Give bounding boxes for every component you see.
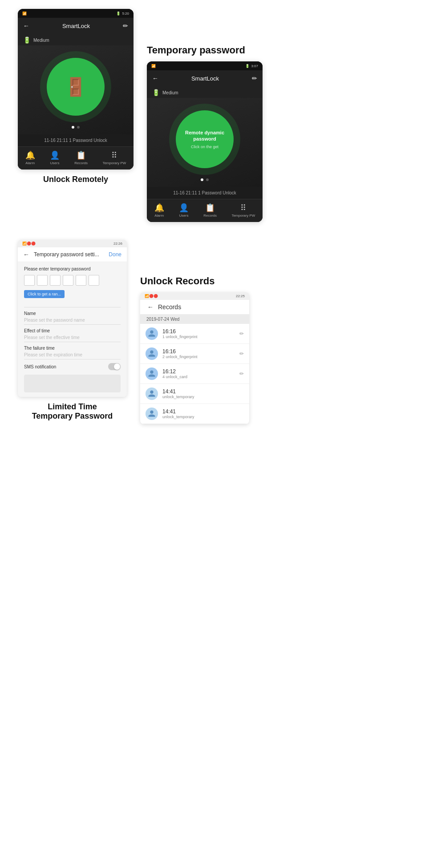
nav-users-label: Users [50,161,60,165]
battery-section: 🔋 Medium [18,34,134,45]
remote-nav-users[interactable]: 👤 Users [179,203,189,218]
record-edit-3[interactable]: ✏ [239,371,244,377]
remote-dots [201,178,209,181]
form-app-title: Temporary password setti... [34,251,104,258]
form-pw-label: Please enter temporary password [24,266,121,271]
form-footer-area [24,375,121,392]
records-back-icon[interactable]: ← [147,303,154,311]
records-frame: 📶🔴🔴 22:25 ← Records 2019-07-24 Wed [140,292,249,424]
record-info-3: 16:12 4 unlock_card [162,368,235,379]
temp-battery-icon: 🔋 [245,64,250,68]
failure-placeholder[interactable]: Please set the expiration time [24,352,121,359]
remote-nav-alarm-label: Alarm [154,214,164,218]
nav-alarm[interactable]: 🔔 Alarm [25,150,35,165]
pw-box-6[interactable] [89,275,99,286]
form-app-bar: ← Temporary password setti... Done [18,247,127,262]
pw-box-1[interactable] [24,275,35,286]
lock-display[interactable]: 🚪 [18,45,134,134]
remote-pw-text: Remote dynamic password [181,129,229,142]
form-done-button[interactable]: Done [109,251,121,258]
records-app-bar: ← Records [140,300,249,315]
pw-box-4[interactable] [63,275,73,286]
dot-2 [77,126,80,129]
dots-row [72,126,80,129]
temp-pw-icon: ⠿ [111,150,117,160]
temp-back-icon[interactable]: ← [152,75,158,82]
record-edit-1[interactable]: ✏ [239,331,244,337]
remote-click-text[interactable]: Click on the get [191,145,218,149]
sms-row: SMS notification [24,363,121,370]
remote-temp-pw-icon: ⠿ [240,203,246,213]
unlock-remotely-col: 📶 🔋 5:20 ← SmartLock ✏ [18,9,134,184]
bottom-nav: 🔔 Alarm 👤 Users 📋 Records ⠿ [18,146,134,170]
remote-timestamp: 11-16 21:11 1 Password Unlock [147,187,263,199]
nav-records[interactable]: 📋 Records [74,150,88,165]
form-body: Please enter temporary password Click to… [18,262,127,397]
page-wrapper: 📶 🔋 5:20 ← SmartLock ✏ [0,0,445,433]
random-btn[interactable]: Click to get a ran... [24,290,65,298]
status-bar-right: 🔋 5:20 [116,12,129,16]
battery-icon: 🔋 [23,36,31,44]
record-time-1: 16:16 [162,328,235,335]
effect-placeholder[interactable]: Please set the effective time [24,335,121,342]
remote-users-icon: 👤 [179,203,189,213]
form-back-icon[interactable]: ← [23,251,29,258]
unlock-records-col: Unlock Records 📶🔴🔴 22:25 ← Records 2019-… [140,240,249,424]
record-info-5: 14:41 unlock_temporary [162,408,244,419]
record-desc-1: 1 unlock_fingerprint [162,335,235,339]
sms-toggle[interactable] [108,363,121,370]
record-info-4: 14:41 unlock_temporary [162,388,244,399]
records-title: Records [158,303,181,311]
record-desc-3: 4 unlock_card [162,375,235,379]
temp-edit-icon[interactable]: ✏ [252,75,257,82]
remote-nav-temp-pw[interactable]: ⠿ Temporary PW [231,203,255,218]
pw-box-5[interactable] [76,275,86,286]
remote-bg-circle: Remote dynamic password Click on the get [169,104,240,175]
remote-bottom-nav: 🔔 Alarm 👤 Users 📋 Records ⠿ [147,199,263,222]
nav-temp-pw-label: Temporary PW [102,161,126,165]
record-avatar-3 [146,367,158,380]
remote-nav-alarm[interactable]: 🔔 Alarm [154,203,164,218]
users-icon: 👤 [50,150,60,160]
pw-box-2[interactable] [37,275,48,286]
temp-status-right: 🔋 3:07 [245,64,258,68]
record-time-4: 14:41 [162,388,244,395]
status-bar-left: 📶 [22,12,27,16]
lock-green-circle: 🚪 [47,58,105,116]
record-time-5: 14:41 [162,408,244,415]
unlock-remotely-phone: 📶 🔋 5:20 ← SmartLock ✏ [18,9,134,170]
record-avatar-4 [146,388,158,400]
temp-pw-heading: Temporary password [147,44,245,56]
record-item-3: 16:12 4 unlock_card ✏ [140,364,249,384]
remote-pw-display[interactable]: Remote dynamic password Click on the get [147,98,263,187]
records-status-bar: 📶🔴🔴 22:25 [140,292,249,300]
edit-icon[interactable]: ✏ [123,22,128,29]
nav-alarm-label: Alarm [25,161,35,165]
back-icon[interactable]: ← [23,22,29,29]
temp-pw-phone: 📶 🔋 3:07 ← SmartLock ✏ [147,61,263,222]
temp-battery-section: 🔋 Medium [147,86,263,98]
record-info-2: 16:16 2 unlock_fingerprint [162,348,235,359]
remote-nav-records[interactable]: 📋 Records [203,203,217,218]
dot-1 [72,126,74,129]
name-placeholder[interactable]: Please set the password name [24,318,121,325]
name-label: Name [24,311,121,316]
pw-box-3[interactable] [50,275,61,286]
nav-temp-pw[interactable]: ⠿ Temporary PW [102,150,126,165]
temp-pw-screen: 📶 🔋 3:07 ← SmartLock ✏ [147,61,263,222]
records-date-header: 2019-07-24 Wed [140,315,249,324]
records-status-time: 22:25 [236,294,245,298]
record-item-5: 14:41 unlock_temporary [140,404,249,424]
remote-pw-circle[interactable]: Remote dynamic password Click on the get [176,110,234,168]
record-item-4: 14:41 unlock_temporary [140,384,249,404]
remote-nav-users-label: Users [179,214,189,218]
form-status-time: 22:26 [113,242,122,246]
record-edit-2[interactable]: ✏ [239,351,244,357]
form-status-left: 📶🔴🔴 [22,242,36,246]
temp-form-col: 📶🔴🔴 22:26 ← Temporary password setti... … [18,240,127,421]
unlock-remotely-screen: 📶 🔋 5:20 ← SmartLock ✏ [18,9,134,170]
remote-alarm-icon: 🔔 [154,203,164,213]
row-bottom: 📶🔴🔴 22:26 ← Temporary password setti... … [18,240,427,424]
nav-users[interactable]: 👤 Users [50,150,60,165]
temp-form-caption: Limited Time Temporary Password [18,402,127,421]
